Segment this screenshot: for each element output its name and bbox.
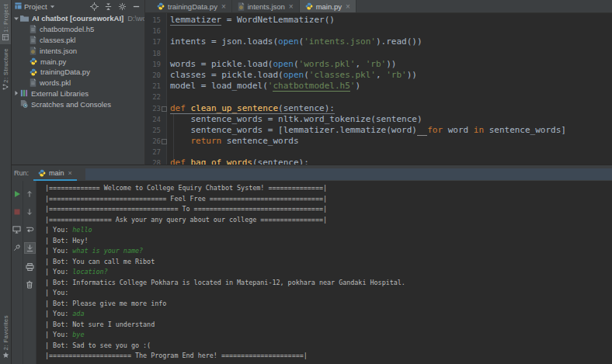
- project-panel-title[interactable]: Project: [24, 2, 47, 11]
- fold-marker[interactable]: [162, 106, 167, 112]
- collapse-all-icon[interactable]: [104, 2, 113, 11]
- code-token: )): [407, 70, 417, 80]
- code-token: sentence_words = [lemmatizer.lemmatize(w…: [170, 125, 417, 135]
- code-token: = WordNetLemmatizer(): [221, 15, 335, 25]
- tree-item-label: External Libraries: [31, 89, 89, 98]
- editor-tab-trainingdata-py[interactable]: trainingData.py×: [151, 0, 232, 12]
- fold-marker[interactable]: [162, 139, 167, 144]
- hide-icon[interactable]: [132, 2, 141, 11]
- close-icon[interactable]: ×: [221, 2, 226, 11]
- scroll-to-end-icon[interactable]: [24, 242, 36, 254]
- code-token: bag_of_words: [191, 158, 252, 165]
- run-label: Run:: [14, 169, 29, 177]
- editor-body[interactable]: 15lemmatizer = WordNetLemmatizer()1617in…: [145, 13, 612, 165]
- code-token: open: [283, 70, 304, 80]
- editor-tab-main-py[interactable]: main.py×: [300, 0, 356, 12]
- project-panel-header: Project: [11, 0, 144, 13]
- python-file-icon: [30, 68, 37, 76]
- console-output: | Bot: Hey!: [45, 237, 88, 244]
- run-toolbar-left: [11, 181, 23, 364]
- console-line: | You: hello: [45, 225, 612, 236]
- line-number: 18: [145, 48, 161, 59]
- settings-gear-icon[interactable]: [118, 2, 127, 11]
- soft-wrap-icon[interactable]: [25, 224, 35, 234]
- close-icon[interactable]: ×: [68, 169, 72, 177]
- console-line: | Bot: Hey!: [45, 236, 612, 247]
- code-token: ).read()): [376, 36, 422, 47]
- code-token: (: [294, 59, 299, 69]
- line-number: 27: [145, 147, 161, 158]
- code-editor[interactable]: 15lemmatizer = WordNetLemmatizer()1617in…: [145, 15, 612, 165]
- line-number: 26: [145, 136, 161, 147]
- tree-item-main-py[interactable]: main.py: [11, 56, 144, 67]
- close-icon[interactable]: ×: [289, 2, 294, 11]
- console-user-input: bye: [72, 331, 84, 338]
- tree-item-classes-pkl[interactable]: classes.pkl: [11, 35, 144, 46]
- console-output: | Bot: Not sure I understand: [45, 321, 155, 328]
- chevron-down-icon[interactable]: [50, 2, 55, 11]
- tool-window-bar-top: 1: Project2: Structure: [0, 0, 11, 311]
- code-line: 28def bag_of_words(sentence):: [145, 158, 612, 165]
- pycharm-window: 1: Project2: Structure 2: Favorites Proj…: [0, 0, 612, 364]
- tree-item-chatbotmodel-h5[interactable]: chatbotmodel.h5: [11, 24, 144, 35]
- code-token: (sentence):: [252, 158, 309, 165]
- tree-item-trainingdata-py[interactable]: trainingData.py: [11, 67, 144, 78]
- code-line: 24 sentence_words = nltk.word_tokenize(s…: [145, 114, 612, 125]
- stop-icon[interactable]: [12, 206, 22, 217]
- console-output: |===================== The Program End h…: [45, 352, 308, 359]
- code-token: word: [443, 125, 474, 135]
- clear-icon[interactable]: [25, 279, 35, 289]
- run-tab-main[interactable]: main ×: [31, 165, 79, 181]
- code-line: 25 sentence_words = [lemmatizer.lemmatiz…: [145, 125, 612, 136]
- tree-root-row[interactable]: AI chatbot [courseworkAI]D:\work\python\: [11, 13, 144, 24]
- tree-item-words-pkl[interactable]: words.pkl: [11, 78, 144, 88]
- line-number: 19: [145, 59, 161, 70]
- tree-node-scratches-and-consoles[interactable]: Scratches and Consoles: [11, 99, 144, 109]
- tool-window-bar-bottom: 2: Favorites: [0, 311, 11, 364]
- tree-item-intents-json[interactable]: intents.json: [11, 45, 144, 56]
- console-icon[interactable]: [12, 224, 22, 234]
- code-line: 23def clean_up_sentence(sentence):: [145, 103, 612, 114]
- close-icon[interactable]: ×: [346, 2, 350, 11]
- tool-button--project[interactable]: 1: Project: [0, 0, 11, 44]
- code-token: intents = json.loads(: [170, 36, 278, 47]
- pin-icon[interactable]: [12, 242, 22, 252]
- line-number: 21: [145, 81, 161, 92]
- code-line: 19words = pickle.load(open('words.pkl', …: [145, 59, 612, 70]
- code-token: for: [427, 125, 443, 135]
- tool-button-label: 2: Favorites: [2, 315, 9, 350]
- code-line: 18: [145, 48, 612, 59]
- rerun-icon[interactable]: [12, 189, 22, 199]
- run-console[interactable]: |============= Welcome to College Equiry…: [37, 181, 612, 364]
- project-view-icon: [15, 2, 22, 11]
- code-token: lemmatizer: [170, 15, 221, 26]
- locate-icon[interactable]: [90, 2, 99, 11]
- up-arrow-icon[interactable]: [25, 189, 35, 199]
- tree-node-external-libraries[interactable]: External Libraries: [11, 88, 144, 99]
- console-output: | Bot: Sad to see you go :(: [45, 341, 151, 349]
- console-user-input: ada: [72, 310, 84, 317]
- console-output: | You:: [45, 310, 72, 317]
- editor-tab-intents-json[interactable]: intents.json×: [232, 0, 300, 12]
- editor-tab-bar: trainingData.py×intents.json×main.py×: [145, 0, 612, 13]
- tab-label: trainingData.py: [168, 2, 217, 11]
- code-token: ,: [376, 70, 386, 80]
- run-header-band: [85, 168, 612, 180]
- chevron-right-icon[interactable]: [12, 90, 20, 96]
- tool-button--favorites[interactable]: 2: Favorites: [0, 311, 11, 362]
- tree-item-label: chatbotmodel.h5: [40, 25, 94, 33]
- code-token: words = pickle.load(: [170, 59, 273, 69]
- chevron-down-icon[interactable]: [12, 16, 20, 22]
- code-line: 27: [145, 147, 612, 158]
- line-number: 16: [145, 26, 161, 36]
- run-tab-label: main: [49, 169, 64, 177]
- console-line: | Bot: Sad to see you go :(: [45, 341, 612, 352]
- down-arrow-icon[interactable]: [25, 206, 35, 217]
- code-token: 'rb': [366, 59, 387, 69]
- tool-button--structure[interactable]: 2: Structure: [0, 44, 11, 95]
- console-output: | You:: [45, 268, 72, 276]
- code-token: (: [304, 70, 309, 80]
- print-icon[interactable]: [25, 262, 35, 272]
- tree-item-label: Scratches and Consoles: [31, 100, 111, 109]
- line-number: 15: [145, 15, 161, 26]
